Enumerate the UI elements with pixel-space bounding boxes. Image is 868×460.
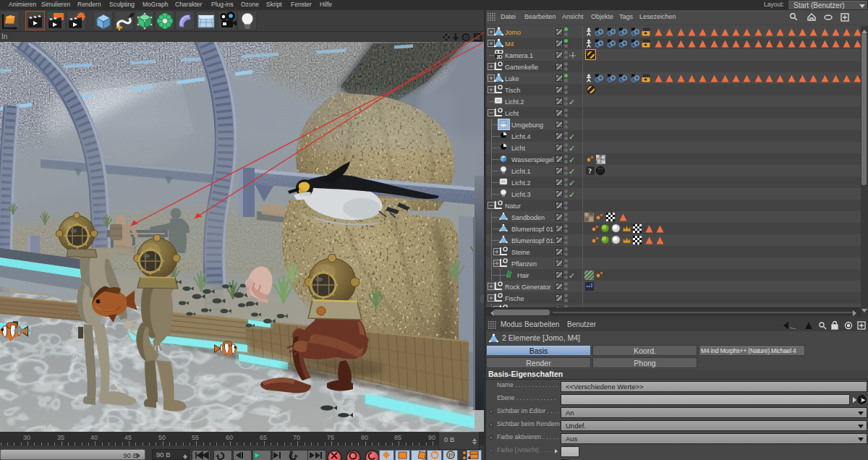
svg-text:P: P [448, 452, 453, 459]
